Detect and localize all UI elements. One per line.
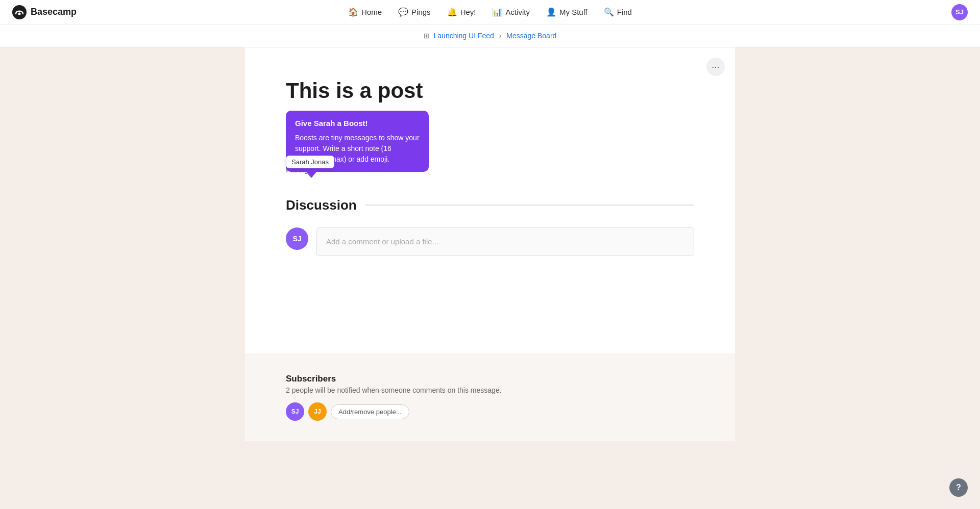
logo-link[interactable]: Basecamp: [12, 5, 77, 19]
find-icon: 🔍: [604, 7, 614, 17]
home-icon: 🏠: [348, 7, 358, 17]
nav-home[interactable]: 🏠 Home: [348, 7, 382, 17]
comment-input-field[interactable]: Add a comment or upload a file...: [316, 227, 694, 256]
top-navigation: Basecamp 🏠 Home 💬 Pings 🔔 Hey! 📊 Activit…: [0, 0, 980, 24]
page-content-wrapper: ··· This is a post Give Sarah a Boost! B…: [245, 47, 735, 441]
basecamp-logo-icon: [12, 5, 27, 19]
nav-pings[interactable]: 💬 Pings: [398, 7, 431, 17]
page-background: ··· This is a post Give Sarah a Boost! B…: [0, 47, 980, 441]
avatar-name-tooltip: Sarah Jonas: [286, 156, 334, 168]
subscriber-avatar-sj: SJ: [286, 402, 304, 421]
activity-icon: 📊: [492, 7, 502, 17]
breadcrumb-bar: ⊞ Launching UI Feed › Message Board: [0, 24, 980, 47]
subscribers-title: Subscribers: [286, 374, 694, 384]
breadcrumb-separator: ›: [499, 32, 502, 40]
discussion-divider: [365, 205, 694, 206]
subscribers-avatars: SJ JJ Add/remove people...: [286, 402, 694, 421]
user-avatar[interactable]: SJ: [951, 4, 968, 20]
discussion-section: Discussion SJ Add a comment or upload a …: [286, 197, 694, 256]
subscriber-avatar-jj: JJ: [308, 402, 327, 421]
boost-tooltip-title: Give Sarah a Boost!: [295, 118, 420, 130]
discussion-header: Discussion: [286, 197, 694, 213]
nav-my-stuff[interactable]: 👤 My Stuff: [546, 7, 587, 17]
svg-point-0: [12, 5, 27, 19]
post-title: This is a post: [286, 78, 694, 104]
nav-activity[interactable]: 📊 Activity: [492, 7, 530, 17]
nav-center-items: 🏠 Home 💬 Pings 🔔 Hey! 📊 Activity 👤 My St…: [348, 7, 632, 17]
content-panel: ··· This is a post Give Sarah a Boost! B…: [245, 47, 735, 353]
my-stuff-icon: 👤: [546, 7, 556, 17]
subscribers-description: 2 people will be notified when someone c…: [286, 386, 694, 394]
add-remove-people-button[interactable]: Add/remove people...: [331, 404, 409, 419]
comment-input-placeholder: Add a comment or upload a file...: [326, 237, 438, 246]
nav-find[interactable]: 🔍 Find: [604, 7, 632, 17]
hey-icon: 🔔: [447, 7, 457, 17]
svg-point-1: [18, 12, 21, 15]
breadcrumb-section-link[interactable]: Message Board: [506, 32, 556, 40]
logo-text: Basecamp: [31, 7, 77, 17]
nav-hey[interactable]: 🔔 Hey!: [447, 7, 476, 17]
pings-icon: 💬: [398, 7, 408, 17]
discussion-title: Discussion: [286, 197, 357, 213]
project-icon: ⊞: [424, 32, 430, 40]
subscribers-section: Subscribers 2 people will be notified wh…: [245, 353, 735, 441]
three-dot-menu-button[interactable]: ···: [706, 58, 725, 76]
breadcrumb-project-link[interactable]: Launching UI Feed: [434, 32, 494, 40]
comment-row: SJ Add a comment or upload a file...: [286, 227, 694, 256]
help-button[interactable]: ?: [949, 478, 968, 497]
comment-avatar: SJ: [286, 227, 308, 250]
